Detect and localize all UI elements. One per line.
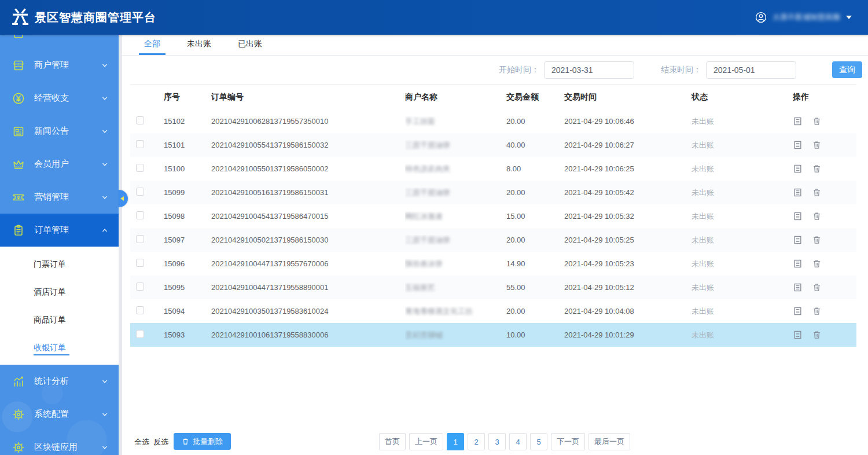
row-checkbox[interactable]	[136, 306, 144, 314]
view-detail-icon[interactable]	[793, 306, 803, 316]
delete-icon[interactable]	[812, 306, 822, 316]
submenu-goods-orders[interactable]: 商品订单	[0, 306, 119, 333]
cell-seq: 15101	[164, 141, 211, 149]
sidebar-item-label: 会员用户	[34, 159, 101, 170]
sidebar-item-news[interactable]: 新闻公告	[0, 115, 119, 148]
delete-icon[interactable]	[812, 188, 822, 197]
sidebar-item-orders[interactable]: 订单管理	[0, 214, 119, 247]
batch-delete-button[interactable]: 批量删除	[174, 433, 231, 450]
status-tabs: 全部 未出账 已出账	[122, 35, 868, 56]
invert-select-link[interactable]: 反选	[153, 438, 168, 446]
pagination-page-4[interactable]: 4	[509, 433, 527, 450]
pagination-page-2[interactable]: 2	[468, 433, 485, 450]
pagination-first[interactable]: 首页	[379, 433, 406, 450]
query-button[interactable]: 查询	[832, 61, 862, 78]
delete-icon[interactable]	[812, 211, 822, 221]
table-row: 15101 2021042910055413719586150032 三原千层油…	[130, 133, 856, 157]
delete-icon[interactable]	[812, 235, 822, 245]
cell-seq: 15094	[164, 307, 211, 315]
view-detail-icon[interactable]	[793, 259, 803, 269]
view-detail-icon[interactable]	[793, 164, 803, 174]
table-row: 15100 2021042910055013719586050002 特色凉皮肉…	[130, 157, 856, 181]
sidebar-item-revenue[interactable]: 经营收支	[0, 82, 119, 115]
sidebar-item-members[interactable]: 会员用户	[0, 148, 119, 181]
delete-icon[interactable]	[812, 164, 822, 174]
row-checkbox[interactable]	[136, 282, 144, 291]
cell-order-no: 2021042910044713719557670006	[211, 259, 405, 268]
chevron-down-icon	[101, 378, 108, 385]
row-checkbox[interactable]	[136, 188, 144, 196]
sidebar-item-marketing[interactable]: 营销管理	[0, 181, 119, 214]
cell-order-no: 2021042910051613719586150031	[211, 188, 405, 197]
sidebar-item-blockchain[interactable]: 区块链应用	[0, 431, 119, 455]
tab-all[interactable]: 全部	[139, 35, 165, 55]
table-row: 15094 2021042910035013719583610024 青海青稞酒…	[130, 299, 856, 323]
clipboard-icon	[12, 223, 25, 237]
view-detail-icon[interactable]	[793, 188, 803, 197]
selection-links: 全选反选	[134, 437, 172, 447]
tab-billed[interactable]: 已出账	[233, 35, 267, 55]
pagination-prev[interactable]: 上一页	[409, 433, 443, 450]
submenu-hotel-orders[interactable]: 酒店订单	[0, 278, 119, 306]
sidebar-item-statistics[interactable]: 统计分析	[0, 365, 119, 398]
view-detail-icon[interactable]	[793, 282, 803, 292]
end-date-input[interactable]	[706, 61, 796, 79]
submenu-ticket-orders[interactable]: 门票订单	[0, 250, 119, 278]
col-status: 状态	[692, 92, 793, 102]
view-detail-icon[interactable]	[793, 211, 803, 221]
cell-amount: 55.00	[506, 283, 564, 292]
row-checkbox[interactable]	[136, 211, 144, 219]
table-row: 15096 2021042910044713719557670006 陕拾叁冰饼…	[130, 252, 856, 276]
chevron-down-icon	[101, 62, 108, 69]
row-checkbox[interactable]	[136, 330, 144, 338]
pagination-page-1[interactable]: 1	[447, 433, 464, 450]
pagination-next[interactable]: 下一页	[551, 433, 585, 450]
cell-seq: 15095	[164, 283, 211, 292]
row-checkbox[interactable]	[136, 164, 144, 172]
pagination-page-3[interactable]: 3	[488, 433, 506, 450]
view-detail-icon[interactable]	[793, 235, 803, 245]
cell-merchant-redacted: 五福茶艺	[405, 283, 435, 292]
start-date-input[interactable]	[544, 61, 634, 79]
pagination-last[interactable]: 最后一页	[589, 433, 630, 450]
chevron-down-icon	[101, 128, 108, 135]
submenu-cashier-orders[interactable]: 收银订单	[0, 333, 119, 361]
app-window: 景区智慧商圈管理平台 大唐不夜城智慧商圈	[0, 0, 868, 455]
delete-icon[interactable]	[812, 116, 822, 126]
sidebar-item-merchant-mgmt[interactable]: 商户管理	[0, 49, 119, 82]
yen-circle-icon	[12, 91, 25, 105]
view-detail-icon[interactable]	[793, 116, 803, 126]
row-checkbox[interactable]	[136, 140, 144, 148]
delete-icon[interactable]	[812, 330, 822, 340]
cell-time: 2021-04-29 10:06:46	[564, 117, 692, 126]
row-checkbox[interactable]	[136, 116, 144, 124]
pagination-page-5[interactable]: 5	[530, 433, 547, 450]
row-checkbox[interactable]	[136, 259, 144, 267]
brand: 景区智慧商圈管理平台	[0, 8, 156, 27]
table-row: 15098 2021042910045413719586470015 网红冰激凌…	[130, 204, 856, 228]
view-detail-icon[interactable]	[793, 330, 803, 340]
collapse-arrow-icon	[120, 196, 124, 201]
delete-icon[interactable]	[812, 282, 822, 292]
select-all-link[interactable]: 全选	[134, 438, 149, 446]
user-menu[interactable]: 大唐不夜城智慧商圈	[755, 0, 852, 35]
filter-bar: 开始时间： 结束时间： 查询	[122, 56, 868, 84]
sidebar-nav: 商户管理 经营收支 新	[0, 35, 119, 455]
cell-seq: 15102	[164, 117, 211, 126]
chevron-down-icon	[101, 161, 108, 168]
sidebar-item-clipped[interactable]	[0, 35, 119, 49]
status-badge: 未出账	[692, 307, 714, 315]
cell-order-no: 2021042910010613719558830006	[211, 331, 405, 339]
delete-icon[interactable]	[812, 140, 822, 150]
sidebar-item-system-config[interactable]: 系统配置	[0, 398, 119, 431]
cell-amount: 8.00	[506, 164, 564, 173]
row-checkbox[interactable]	[136, 235, 144, 243]
top-header: 景区智慧商圈管理平台 大唐不夜城智慧商圈	[0, 0, 868, 35]
delete-icon[interactable]	[812, 259, 822, 269]
cell-time: 2021-04-29 10:05:32	[564, 212, 692, 221]
view-detail-icon[interactable]	[793, 140, 803, 150]
start-time-label: 开始时间：	[499, 65, 539, 75]
cell-time: 2021-04-29 10:05:12	[564, 283, 692, 292]
sidebar-item-label: 经营收支	[34, 93, 101, 104]
tab-unbilled[interactable]: 未出账	[182, 35, 216, 55]
